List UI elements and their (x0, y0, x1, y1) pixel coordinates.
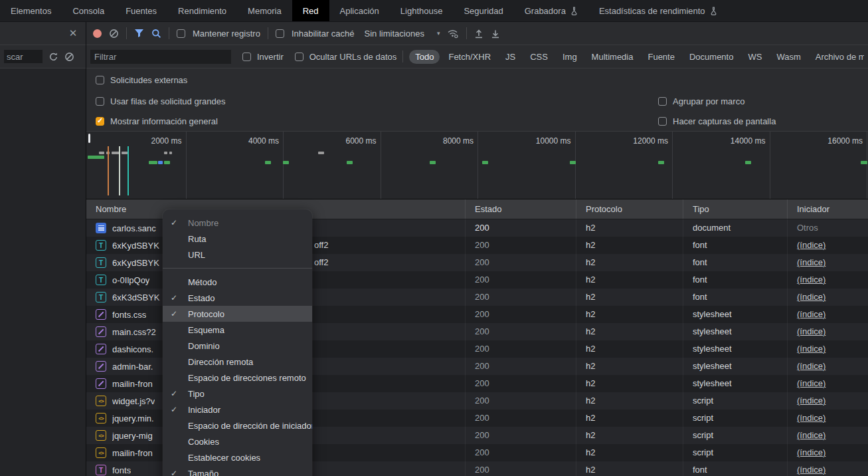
menu-item-espacio-de-direcciones-remoto[interactable]: Espacio de direcciones remoto (163, 370, 312, 386)
network-overview-timeline[interactable]: 2000 ms4000 ms6000 ms8000 ms10000 ms1200… (86, 131, 868, 199)
import-har-icon[interactable] (474, 29, 483, 39)
tab-aplicacion[interactable]: Aplicación (329, 0, 390, 21)
initiator-value[interactable]: (índice) (797, 378, 825, 388)
tab-memoria[interactable]: Memoria (237, 0, 292, 21)
waterfall-bar-gray (318, 152, 324, 154)
filter-chip-js[interactable]: JS (499, 50, 521, 64)
filter-chip-todo[interactable]: Todo (409, 50, 440, 64)
menu-item-protocolo[interactable]: ✓Protocolo (163, 306, 312, 322)
column-header-estado[interactable]: Estado (465, 199, 576, 219)
font-icon: T (96, 275, 106, 285)
menu-item-metodo[interactable]: Método (163, 274, 312, 290)
capture-screenshots-checkbox[interactable] (658, 117, 667, 126)
menu-item-url[interactable]: URL (163, 247, 312, 263)
request-name: jquery.min. (112, 414, 154, 423)
filter-chip-fuente[interactable]: Fuente (642, 50, 680, 64)
invert-checkbox[interactable] (242, 53, 251, 61)
menu-item-iniciador[interactable]: ✓Iniciador (163, 402, 312, 417)
clear-network-log-icon[interactable] (109, 29, 119, 39)
filter-chip-wasm[interactable]: Wasm (770, 50, 806, 64)
initiator-value[interactable]: (índice) (797, 344, 825, 354)
column-header-tipo[interactable]: Tipo (683, 199, 787, 219)
external-requests-checkbox[interactable] (96, 76, 104, 84)
type-cell: script (683, 444, 787, 461)
column-header-iniciador[interactable]: Iniciador (787, 199, 868, 219)
menu-item-esquema[interactable]: Esquema (163, 322, 312, 338)
column-header-protocolo[interactable]: Protocolo (576, 199, 683, 219)
type-cell: script (683, 427, 787, 444)
status-cell: 200 (465, 375, 576, 392)
initiator-value[interactable]: (índice) (797, 465, 825, 475)
filter-chip-fetch-xhr[interactable]: Fetch/XHR (442, 50, 497, 64)
menu-item-tipo[interactable]: ✓Tipo (163, 386, 312, 402)
initiator-value[interactable]: (índice) (797, 257, 825, 267)
filter-chip-documento[interactable]: Documento (683, 50, 739, 64)
protocol-cell: h2 (576, 358, 683, 375)
disable-cache-checkbox[interactable] (276, 29, 284, 38)
menu-item-label: Ruta (188, 234, 206, 244)
clear-search-icon[interactable] (64, 52, 74, 62)
initiator-value[interactable]: (índice) (797, 447, 825, 457)
status-value: 200 (475, 223, 489, 233)
filter-chip-multimedia[interactable]: Multimedia (586, 50, 640, 64)
resource-type-filters: TodoFetch/XHRJSCSSImgMultimediaFuenteDoc… (409, 50, 864, 64)
initiator-value[interactable]: (índice) (797, 309, 825, 319)
tab-grabadora[interactable]: Grabadora (514, 0, 588, 21)
menu-item-ruta[interactable]: Ruta (163, 231, 312, 247)
initiator-value[interactable]: (índice) (797, 326, 825, 336)
tab-elementos[interactable]: Elementos (0, 0, 62, 21)
tab-label: Consola (72, 6, 104, 16)
menu-item-establecer-cookies[interactable]: Establecer cookies (163, 449, 312, 465)
tab-lighthouse[interactable]: Lighthouse (390, 0, 454, 21)
initiator-value[interactable]: (índice) (797, 396, 825, 406)
menu-item-direccion-remota[interactable]: Dirección remota (163, 354, 312, 370)
tab-estadisticas-de-rendimiento[interactable]: Estadísticas de rendimiento (588, 0, 728, 21)
menu-item-espacio-de-direccion-de-iniciador[interactable]: Espacio de dirección de iniciador (163, 417, 312, 433)
menu-item-cookies[interactable]: Cookies (163, 433, 312, 449)
preserve-log-label: Mantener registro (193, 29, 260, 39)
preserve-log-checkbox[interactable] (177, 29, 185, 38)
network-toolbar: Mantener registro Inhabilitar caché Sin … (86, 22, 868, 45)
chevron-down-icon[interactable]: ▾ (437, 30, 440, 37)
menu-item-nombre: ✓Nombre (163, 215, 312, 231)
big-rows-row: Usar filas de solicitud grandes Agrupar … (86, 91, 868, 111)
initiator-value[interactable]: (índice) (797, 361, 825, 371)
tab-fuentes[interactable]: Fuentes (115, 0, 167, 21)
tab-red[interactable]: Red (292, 0, 329, 21)
filter-chip-archivo-de-manifies[interactable]: Archivo de manifies (810, 50, 864, 64)
filter-chip-img[interactable]: Img (557, 50, 583, 64)
tab-seguridad[interactable]: Seguridad (453, 0, 513, 21)
hide-data-urls-checkbox[interactable] (295, 53, 304, 61)
status-value: 200 (475, 344, 489, 354)
throttling-select[interactable]: Sin limitaciones (365, 29, 424, 39)
network-conditions-icon[interactable] (447, 29, 459, 39)
initiator-value[interactable]: (índice) (797, 275, 825, 285)
export-har-icon[interactable] (491, 29, 500, 39)
tab-rendimiento[interactable]: Rendimiento (167, 0, 237, 21)
group-by-frame-checkbox[interactable] (658, 97, 667, 106)
record-icon[interactable] (93, 29, 102, 38)
menu-item-tamano[interactable]: ✓Tamaño (163, 465, 312, 476)
request-name: 6xKydSBYK (112, 241, 159, 251)
close-icon[interactable]: ✕ (67, 27, 79, 39)
timeline-tick-label: 10000 ms (536, 136, 571, 146)
filter-chip-ws[interactable]: WS (742, 50, 768, 64)
menu-item-estado[interactable]: ✓Estado (163, 290, 312, 306)
menu-item-dominio[interactable]: Dominio (163, 338, 312, 354)
filter-icon[interactable] (134, 29, 144, 38)
tab-consola[interactable]: Consola (62, 0, 115, 21)
initiator-value[interactable]: (índice) (797, 292, 825, 302)
initiator-value[interactable]: (índice) (797, 240, 825, 250)
filter-input[interactable] (90, 50, 231, 64)
status-cell: 200 (465, 358, 576, 375)
show-overview-checkbox[interactable] (96, 117, 104, 126)
timeline-section: 10000 ms (478, 132, 576, 199)
search-input[interactable] (4, 50, 43, 63)
toolbar-divider (126, 27, 127, 39)
refresh-icon[interactable] (48, 52, 58, 62)
initiator-value[interactable]: (índice) (797, 413, 825, 423)
search-icon[interactable] (151, 29, 161, 39)
filter-chip-css[interactable]: CSS (524, 50, 554, 64)
initiator-value[interactable]: (índice) (797, 430, 825, 440)
big-request-rows-checkbox[interactable] (96, 97, 104, 106)
